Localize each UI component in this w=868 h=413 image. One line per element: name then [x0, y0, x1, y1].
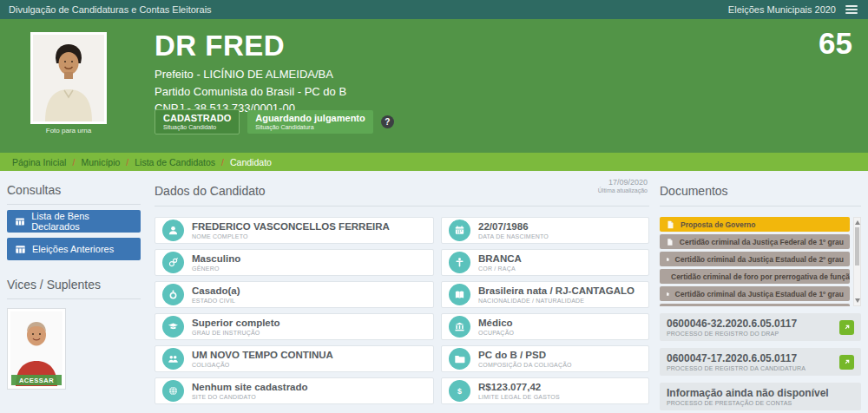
documents-title: Documentos — [660, 184, 861, 198]
document-label: Certidão criminal da Justiça Estadual de… — [675, 255, 844, 264]
field-label: COMPOSIÇÃO DA COLIGAÇÃO — [478, 362, 572, 368]
scroll-down-icon[interactable] — [855, 298, 860, 303]
main-title: Dados do Candidato — [155, 184, 649, 198]
divider — [7, 298, 141, 299]
field-label: COLIGAÇÃO — [192, 362, 333, 368]
document-item-certidao[interactable]: Certidão criminal da Justiça Estadual de… — [660, 252, 850, 266]
field-label: COR / RAÇA — [478, 266, 522, 272]
breadcrumb-separator: / — [221, 157, 224, 167]
top-bar: Divulgação de Candidaturas e Contas Elei… — [0, 0, 868, 19]
consultas-title: Consultas — [7, 183, 141, 197]
status-badge-label: Aguardando julgamento — [255, 113, 365, 124]
dollar-icon: $ — [449, 380, 470, 402]
field-value: Superior completo — [192, 318, 280, 330]
graduation-cap-icon — [162, 316, 184, 338]
field-label: OCUPAÇÃO — [478, 330, 514, 336]
user-icon — [162, 220, 184, 241]
breadcrumb-current: Candidato — [230, 157, 272, 167]
document-label: Proposta de Governo — [681, 220, 755, 229]
field-genero: Masculino GÊNERO — [155, 249, 434, 276]
status-badge-label: CADASTRADO — [163, 113, 231, 124]
process-card-candidatura: 0600047-17.2020.6.05.0117 PROCESSO DE RE… — [660, 348, 861, 376]
field-grau-instrucao: Superior completo GRAU DE INSTRUÇÃO — [155, 313, 434, 340]
field-cor-raca: BRANCA COR / RAÇA — [441, 249, 649, 276]
field-value: 22/07/1986 — [478, 221, 549, 233]
document-item-certidao[interactable]: Certidão criminal da Justiça Federal de … — [660, 304, 850, 306]
external-link-icon[interactable] — [839, 320, 854, 335]
field-label: DATA DE NASCIMENTO — [478, 233, 549, 239]
field-label: GRAU DE INSTRUÇÃO — [192, 330, 280, 336]
candidate-name: DR FRED — [155, 30, 285, 62]
field-value: Brasileira nata / RJ-CANTAGALO — [478, 285, 635, 298]
field-data-nascimento: 22/07/1986 DATA DE NASCIMENTO — [441, 217, 649, 244]
help-icon[interactable]: ? — [381, 115, 394, 128]
ballot-number: 65 — [819, 26, 852, 61]
breadcrumb: Página Inicial / Município / Lista de Ca… — [0, 153, 868, 171]
process-label: PROCESSO DE PRESTAÇÃO DE CONTAS — [667, 400, 829, 406]
field-nacionalidade: Brasileira nata / RJ-CANTAGALO NACIONALI… — [441, 281, 649, 308]
process-status: Informação ainda não disponível — [667, 387, 829, 400]
candidate-header: Foto para urna DR FRED Prefeito - LICÍNI… — [0, 19, 868, 153]
sidebar-button-label: Eleições Anteriores — [32, 244, 114, 254]
vice-card[interactable]: ACESSAR — [7, 308, 66, 390]
process-number: 0600046-32.2020.6.05.0117 — [667, 318, 797, 331]
documents-list: Proposta de Governo Certidão criminal da… — [660, 217, 861, 306]
document-label: Certidão criminal de foro por prerrogati… — [671, 272, 850, 281]
document-icon — [666, 220, 675, 230]
field-label: NOME COMPLETO — [192, 233, 390, 239]
field-value: UM NOVO TEMPO CONTINUA — [192, 350, 333, 362]
candidate-photo — [30, 32, 107, 124]
field-limite-gastos: $ R$123.077,42 LIMITE LEGAL DE GASTOS — [441, 377, 649, 404]
scrollbar-thumb[interactable] — [855, 227, 859, 266]
process-number: 0600047-17.2020.6.05.0117 — [667, 352, 806, 365]
status-badge-sublabel: Situação Candidatura — [255, 124, 365, 130]
divider — [660, 206, 861, 206]
sidebar-button-eleicoes-anteriores[interactable]: Eleições Anteriores — [7, 238, 141, 260]
bank-icon — [449, 316, 470, 338]
sidebar-button-bens-declarados[interactable]: Lista de Bens Declarados — [7, 210, 141, 233]
gender-icon — [162, 252, 184, 273]
documents-section: Documentos Proposta de Governo Certidão … — [660, 171, 861, 410]
breadcrumb-separator: / — [126, 157, 128, 167]
party-line: Partido Comunista do Brasil - PC do B — [155, 83, 346, 101]
field-ocupacao: Médico OCUPAÇÃO — [441, 313, 649, 340]
field-label: GÊNERO — [192, 266, 240, 272]
photo-caption: Foto para urna — [30, 127, 107, 134]
field-value: FREDERICO VASCONCELLOS FERREIRA — [192, 221, 390, 233]
election-label: Eleições Municipais 2020 — [728, 4, 836, 15]
documents-scrollbar[interactable] — [853, 217, 861, 306]
document-item-certidao[interactable]: Certidão criminal da Justiça Estadual de… — [660, 286, 850, 301]
breadcrumb-item-municipio[interactable]: Município — [81, 157, 120, 167]
process-label: PROCESSO DE REGISTRO DA CANDIDATURA — [667, 365, 806, 371]
status-badge-candidato: CADASTRADO Situação Candidato — [155, 109, 240, 134]
document-item-certidao[interactable]: Certidão criminal de foro por prerrogati… — [660, 269, 850, 284]
breadcrumb-item-home[interactable]: Página Inicial — [12, 157, 66, 167]
globe-icon — [162, 380, 184, 402]
scroll-up-icon[interactable] — [855, 220, 860, 225]
ring-icon — [162, 284, 184, 305]
folder-icon — [449, 348, 470, 370]
office-line: Prefeito - LICÍNIO DE ALMEIDA/BA — [155, 66, 346, 83]
document-label: Certidão criminal da Justiça Federal de … — [680, 238, 844, 246]
field-label: ESTADO CIVIL — [192, 298, 240, 304]
document-item-proposta[interactable]: Proposta de Governo — [660, 217, 850, 232]
status-badge-candidatura: Aguardando julgamento Situação Candidatu… — [247, 110, 373, 134]
menu-icon[interactable] — [844, 3, 859, 16]
field-value: Masculino — [192, 253, 240, 266]
document-icon — [666, 289, 670, 299]
sidebar: Consultas Lista de Bens Declarados Eleiç… — [0, 171, 148, 390]
status-badge-sublabel: Situação Candidato — [163, 124, 231, 130]
external-link-icon[interactable] — [839, 355, 854, 370]
acessar-button[interactable]: ACESSAR — [11, 375, 62, 385]
table-icon — [15, 216, 25, 227]
process-card-prestacao-contas: Informação ainda não disponível PROCESSO… — [660, 383, 861, 410]
field-label: SITE DO CANDIDATO — [192, 394, 308, 400]
process-label: PROCESSO DE REGISTRO DO DRAP — [667, 331, 797, 337]
field-nome-completo: FREDERICO VASCONCELLOS FERREIRA NOME COM… — [155, 217, 434, 244]
breadcrumb-separator: / — [72, 157, 75, 167]
vices-title: Vices / Suplentes — [7, 278, 141, 292]
calendar-icon — [449, 220, 470, 241]
document-item-certidao[interactable]: Certidão criminal da Justiça Federal de … — [660, 234, 850, 249]
field-value: R$123.077,42 — [478, 382, 560, 394]
breadcrumb-item-lista[interactable]: Lista de Candidatos — [135, 157, 215, 167]
